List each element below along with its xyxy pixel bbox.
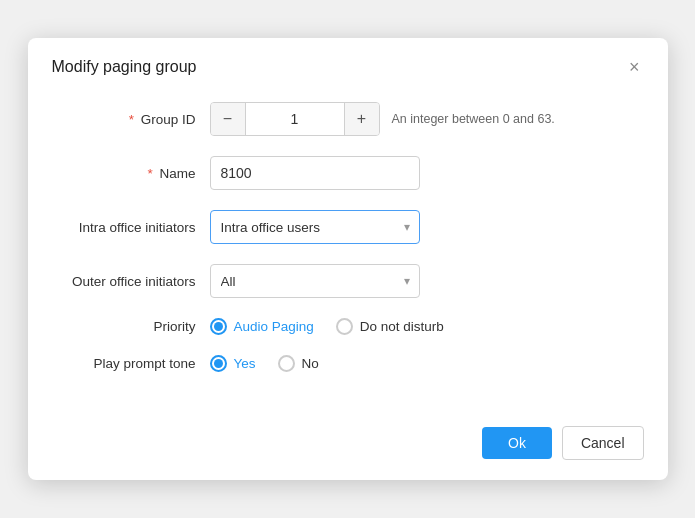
play-prompt-tone-no-radio[interactable] bbox=[278, 355, 295, 372]
priority-audio-paging-option[interactable]: Audio Paging bbox=[210, 318, 314, 335]
outer-office-label: Outer office initiators bbox=[60, 274, 210, 289]
required-star-name: * bbox=[147, 166, 152, 181]
required-star: * bbox=[129, 112, 134, 127]
play-prompt-tone-no-label: No bbox=[302, 356, 319, 371]
outer-office-select-wrapper: All None Intra office users ▾ bbox=[210, 264, 420, 298]
play-prompt-tone-no-option[interactable]: No bbox=[278, 355, 319, 372]
group-id-row: * Group ID − + An integer between 0 and … bbox=[60, 102, 636, 136]
priority-do-not-disturb-option[interactable]: Do not disturb bbox=[336, 318, 444, 335]
play-prompt-tone-radio-group: Yes No bbox=[210, 355, 319, 372]
group-id-input[interactable] bbox=[245, 102, 345, 136]
ok-button[interactable]: Ok bbox=[482, 427, 552, 459]
play-prompt-tone-yes-label: Yes bbox=[234, 356, 256, 371]
dialog-body: * Group ID − + An integer between 0 and … bbox=[28, 92, 668, 412]
priority-label: Priority bbox=[60, 319, 210, 334]
modify-paging-group-dialog: Modify paging group × * Group ID − + An … bbox=[28, 38, 668, 480]
group-id-stepper: − + bbox=[210, 102, 380, 136]
outer-office-select[interactable]: All None Intra office users bbox=[210, 264, 420, 298]
outer-office-row: Outer office initiators All None Intra o… bbox=[60, 264, 636, 298]
play-prompt-tone-row: Play prompt tone Yes No bbox=[60, 355, 636, 372]
name-label: * Name bbox=[60, 166, 210, 181]
play-prompt-tone-yes-radio[interactable] bbox=[210, 355, 227, 372]
name-input[interactable] bbox=[210, 156, 420, 190]
dialog-title: Modify paging group bbox=[52, 58, 197, 76]
name-row: * Name bbox=[60, 156, 636, 190]
priority-audio-paging-label: Audio Paging bbox=[234, 319, 314, 334]
play-prompt-tone-label: Play prompt tone bbox=[60, 356, 210, 371]
group-id-hint: An integer between 0 and 63. bbox=[392, 112, 555, 126]
intra-office-select-wrapper: Intra office users All None ▾ bbox=[210, 210, 420, 244]
priority-row: Priority Audio Paging Do not disturb bbox=[60, 318, 636, 335]
intra-office-select[interactable]: Intra office users All None bbox=[210, 210, 420, 244]
group-id-label: * Group ID bbox=[60, 112, 210, 127]
dialog-footer: Ok Cancel bbox=[28, 412, 668, 480]
intra-office-row: Intra office initiators Intra office use… bbox=[60, 210, 636, 244]
close-button[interactable]: × bbox=[625, 56, 644, 78]
play-prompt-tone-yes-option[interactable]: Yes bbox=[210, 355, 256, 372]
dialog-header: Modify paging group × bbox=[28, 38, 668, 92]
decrement-button[interactable]: − bbox=[211, 102, 245, 136]
priority-audio-paging-radio[interactable] bbox=[210, 318, 227, 335]
priority-do-not-disturb-radio[interactable] bbox=[336, 318, 353, 335]
increment-button[interactable]: + bbox=[345, 102, 379, 136]
cancel-button[interactable]: Cancel bbox=[562, 426, 644, 460]
priority-do-not-disturb-label: Do not disturb bbox=[360, 319, 444, 334]
priority-radio-group: Audio Paging Do not disturb bbox=[210, 318, 444, 335]
intra-office-label: Intra office initiators bbox=[60, 220, 210, 235]
